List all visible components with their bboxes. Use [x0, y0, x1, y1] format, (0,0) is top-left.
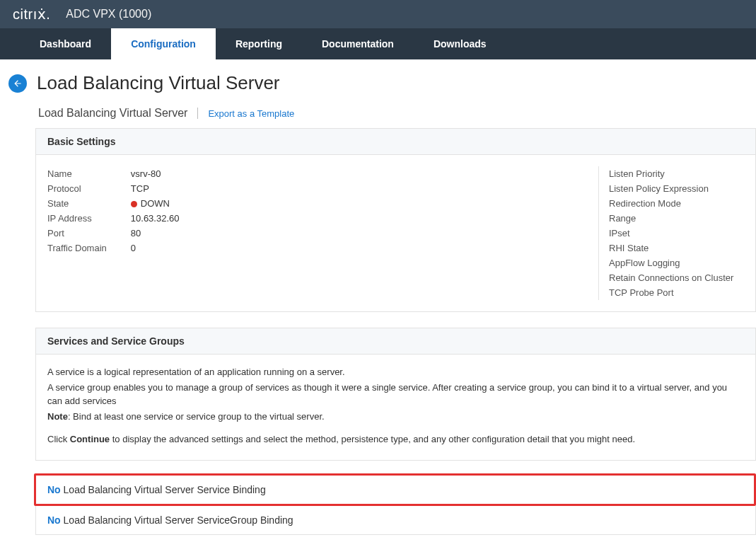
range-label: Range	[609, 211, 756, 226]
services-header: Services and Service Groups	[36, 328, 755, 355]
services-desc-line1: A service is a logical representation of…	[47, 366, 744, 379]
listen-policy-label: Listen Policy Expression	[609, 181, 756, 196]
services-click-continue: Click Continue to display the advanced s…	[47, 433, 744, 447]
services-desc-line2: A service group enables you to manage a …	[47, 381, 744, 408]
tab-reporting[interactable]: Reporting	[216, 28, 302, 59]
servicegroup-binding-row[interactable]: No Load Balancing Virtual Server Service…	[35, 506, 756, 535]
port-value: 80	[131, 226, 184, 241]
tab-dashboard[interactable]: Dashboard	[20, 28, 111, 59]
services-card: Services and Service Groups A service is…	[35, 328, 756, 461]
name-label: Name	[47, 166, 131, 181]
ipset-label: IPset	[609, 226, 756, 241]
nav-bar: Dashboard Configuration Reporting Docume…	[0, 28, 756, 59]
protocol-value: TCP	[131, 181, 184, 196]
basic-settings-card: Basic Settings Namevsrv-80 ProtocolTCP S…	[35, 128, 756, 312]
basic-settings-right-table: Listen Priority- Listen Policy Expressio…	[609, 166, 756, 300]
ip-label: IP Address	[47, 211, 131, 226]
traffic-domain-value: 0	[131, 241, 184, 255]
status-dot-icon	[131, 201, 137, 207]
retain-conn-label: Retain Connections on Cluster	[609, 270, 756, 285]
rhi-state-label: RHI State	[609, 241, 756, 255]
tcp-probe-label: TCP Probe Port	[609, 285, 756, 300]
page-subtitle: Load Balancing Virtual Server	[38, 107, 187, 120]
export-template-link[interactable]: Export as a Template	[208, 108, 294, 119]
protocol-label: Protocol	[47, 181, 131, 196]
state-value: DOWN	[131, 196, 184, 211]
ip-value: 10.63.32.60	[131, 211, 184, 226]
tab-configuration[interactable]: Configuration	[111, 28, 216, 59]
divider	[197, 108, 198, 119]
services-note: Note: Bind at least one service or servi…	[47, 410, 744, 424]
tab-downloads[interactable]: Downloads	[414, 28, 506, 59]
page-title: Load Balancing Virtual Server	[37, 72, 280, 94]
top-bar: citrıẋ. ADC VPX (1000)	[0, 0, 756, 28]
port-label: Port	[47, 226, 131, 241]
product-name: ADC VPX (1000)	[66, 8, 151, 21]
tab-documentation[interactable]: Documentation	[302, 28, 414, 59]
basic-settings-left-table: Namevsrv-80 ProtocolTCP StateDOWN IP Add…	[47, 166, 184, 255]
redirection-mode-label: Redirection Mode	[609, 196, 756, 211]
basic-settings-header: Basic Settings	[36, 129, 755, 155]
appflow-label: AppFlow Logging	[609, 255, 756, 270]
service-binding-row[interactable]: No Load Balancing Virtual Server Service…	[34, 473, 756, 506]
name-value: vsrv-80	[131, 166, 184, 181]
arrow-left-icon	[13, 79, 23, 88]
state-label: State	[47, 196, 131, 211]
listen-priority-label: Listen Priority	[609, 166, 756, 181]
back-button[interactable]	[8, 74, 27, 93]
traffic-domain-label: Traffic Domain	[47, 241, 131, 255]
brand-logo: citrıẋ.	[13, 6, 50, 23]
